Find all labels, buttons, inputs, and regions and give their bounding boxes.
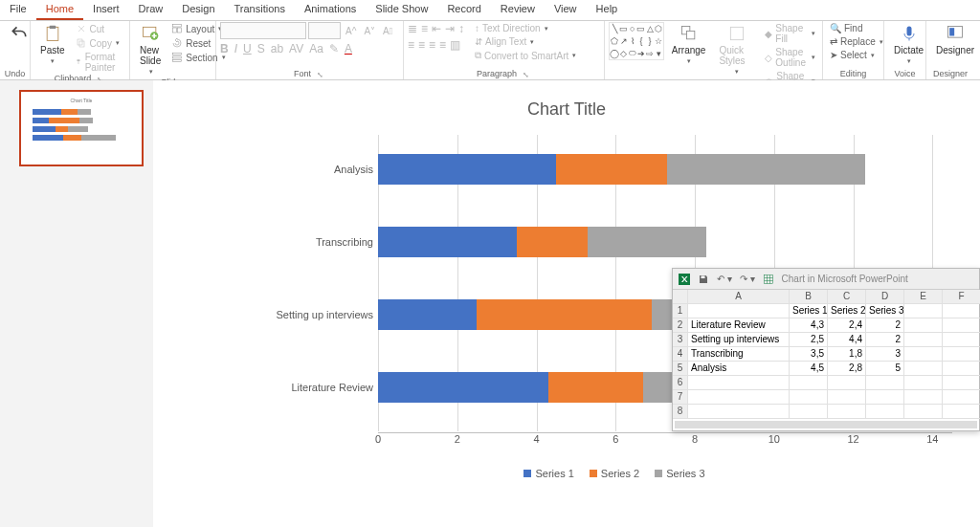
align-left-button[interactable]: ≡ bbox=[408, 38, 414, 52]
underline-button[interactable]: U bbox=[243, 42, 252, 55]
cell[interactable]: 4,3 bbox=[790, 318, 828, 333]
bar-segment-series1[interactable] bbox=[378, 227, 517, 257]
cell[interactable] bbox=[790, 376, 828, 390]
cell[interactable]: Series 2 bbox=[828, 304, 866, 318]
cell[interactable]: A bbox=[688, 290, 790, 304]
datasheet-titlebar[interactable]: ↶ ▾ ↷ ▾ Chart in Microsoft PowerPoint bbox=[673, 269, 979, 290]
cell[interactable]: 2,4 bbox=[828, 318, 866, 333]
cell[interactable]: 4 bbox=[673, 347, 688, 362]
cell[interactable]: 5 bbox=[866, 362, 904, 376]
tab-record[interactable]: Record bbox=[437, 0, 490, 20]
cell[interactable] bbox=[904, 405, 943, 419]
cell[interactable] bbox=[943, 333, 980, 347]
bar-segment-series3[interactable] bbox=[667, 154, 865, 185]
font-launcher-icon[interactable]: ⤡ bbox=[315, 71, 325, 79]
strike-button[interactable]: S bbox=[257, 42, 265, 55]
justify-button[interactable]: ≡ bbox=[439, 38, 446, 52]
spacing-button[interactable]: AV bbox=[289, 42, 303, 55]
tab-home[interactable]: Home bbox=[36, 0, 83, 20]
bar-segment-series2[interactable] bbox=[548, 372, 643, 403]
cell[interactable] bbox=[904, 362, 943, 376]
decrease-font-button[interactable]: A˅ bbox=[361, 25, 378, 37]
cell[interactable]: 8 bbox=[673, 405, 688, 419]
cell[interactable] bbox=[866, 405, 904, 419]
datasheet-grid[interactable]: ABCDEF1Series 1Series 2Series 32Literatu… bbox=[673, 290, 979, 419]
numbering-button[interactable]: ≡ bbox=[421, 22, 428, 35]
tab-view[interactable]: View bbox=[545, 0, 587, 20]
slide-thumbnail-1[interactable]: Chart Title bbox=[19, 90, 144, 166]
find-button[interactable]: 🔍 Find bbox=[827, 22, 886, 34]
tab-animations[interactable]: Animations bbox=[295, 0, 366, 20]
indent-dec-button[interactable]: ⇤ bbox=[432, 22, 441, 35]
cell[interactable] bbox=[828, 376, 866, 390]
italic-button[interactable]: I bbox=[234, 42, 237, 55]
replace-button[interactable]: ⇄ Replace▾ bbox=[827, 35, 886, 48]
cell[interactable]: 2 bbox=[866, 333, 904, 347]
cell[interactable]: Analysis bbox=[688, 362, 790, 376]
cell[interactable]: E bbox=[904, 290, 943, 304]
copy-button[interactable]: Copy▾ bbox=[73, 36, 125, 50]
new-slide-button[interactable]: New Slide▾ bbox=[134, 22, 167, 77]
line-spacing-button[interactable]: ↕ bbox=[458, 22, 464, 35]
cell[interactable]: 2,8 bbox=[828, 362, 866, 376]
bar-row[interactable] bbox=[378, 154, 865, 185]
paste-button[interactable]: Paste▾ bbox=[34, 22, 71, 67]
bar-segment-series2[interactable] bbox=[517, 227, 588, 257]
cell[interactable] bbox=[790, 390, 828, 405]
cell[interactable]: 1,8 bbox=[828, 347, 866, 362]
cell[interactable]: 3 bbox=[673, 333, 688, 347]
cell[interactable] bbox=[866, 390, 904, 405]
cell[interactable]: 2 bbox=[866, 318, 904, 333]
cell[interactable] bbox=[790, 405, 828, 419]
font-size-select[interactable] bbox=[308, 22, 341, 39]
tab-insert[interactable]: Insert bbox=[83, 0, 129, 20]
format-painter-button[interactable]: Format Painter bbox=[73, 51, 125, 74]
dictate-button[interactable]: Dictate▾ bbox=[888, 22, 929, 67]
cell[interactable]: 1 bbox=[673, 304, 688, 318]
cell[interactable] bbox=[673, 290, 688, 304]
cell[interactable]: F bbox=[943, 290, 980, 304]
font-family-select[interactable] bbox=[220, 22, 306, 39]
cell[interactable]: Series 3 bbox=[866, 304, 904, 318]
align-center-button[interactable]: ≡ bbox=[418, 38, 425, 52]
bar-segment-series1[interactable] bbox=[378, 372, 548, 403]
cell[interactable]: 2,5 bbox=[790, 333, 828, 347]
text-direction-button[interactable]: ↕ Text Direction▾ bbox=[472, 22, 579, 34]
tab-slide-show[interactable]: Slide Show bbox=[366, 0, 437, 20]
tab-file[interactable]: File bbox=[0, 0, 36, 20]
clear-format-button[interactable]: A⃠ bbox=[380, 25, 395, 37]
cell[interactable]: Transcribing bbox=[688, 347, 790, 362]
tab-help[interactable]: Help bbox=[587, 0, 628, 20]
case-button[interactable]: Aa bbox=[309, 42, 323, 55]
cell[interactable] bbox=[943, 318, 980, 333]
bullets-button[interactable]: ≣ bbox=[408, 22, 417, 35]
font-color-button[interactable]: A bbox=[345, 42, 352, 55]
cell[interactable] bbox=[904, 347, 943, 362]
indent-inc-button[interactable]: ⇥ bbox=[445, 22, 455, 35]
undo-icon[interactable]: ↶ ▾ bbox=[717, 274, 732, 284]
cell[interactable]: 3 bbox=[866, 347, 904, 362]
cell[interactable] bbox=[943, 304, 980, 318]
cell[interactable]: Literature Review bbox=[688, 318, 790, 333]
designer-button[interactable]: Designer bbox=[930, 22, 980, 57]
arrange-button[interactable]: Arrange▾ bbox=[666, 22, 712, 67]
bold-button[interactable]: B bbox=[220, 42, 229, 55]
shape-fill-button[interactable]: ◆ Shape Fill▾ bbox=[762, 22, 818, 45]
cell[interactable] bbox=[828, 405, 866, 419]
paragraph-launcher-icon[interactable]: ⤡ bbox=[521, 71, 531, 79]
bar-segment-series3[interactable] bbox=[588, 227, 706, 257]
cell[interactable]: B bbox=[790, 290, 828, 304]
cell[interactable]: 7 bbox=[673, 390, 688, 405]
cell[interactable] bbox=[943, 362, 980, 376]
cell[interactable]: 4,4 bbox=[828, 333, 866, 347]
align-right-button[interactable]: ≡ bbox=[429, 38, 435, 52]
datasheet-scrollbar[interactable] bbox=[675, 421, 977, 428]
bar-segment-series2[interactable] bbox=[556, 154, 667, 185]
highlight-button[interactable]: ✎ bbox=[329, 42, 339, 55]
cell[interactable]: C bbox=[828, 290, 866, 304]
shapes-gallery[interactable]: ╲▭○▭△⬡ ⬠↗⌇{}☆ ◯◇⬭➔⇨▾ bbox=[609, 22, 664, 60]
chart-title[interactable]: Chart Title bbox=[153, 99, 980, 120]
cell[interactable]: D bbox=[866, 290, 904, 304]
cell[interactable]: 6 bbox=[673, 376, 688, 390]
bar-row[interactable] bbox=[378, 227, 706, 257]
